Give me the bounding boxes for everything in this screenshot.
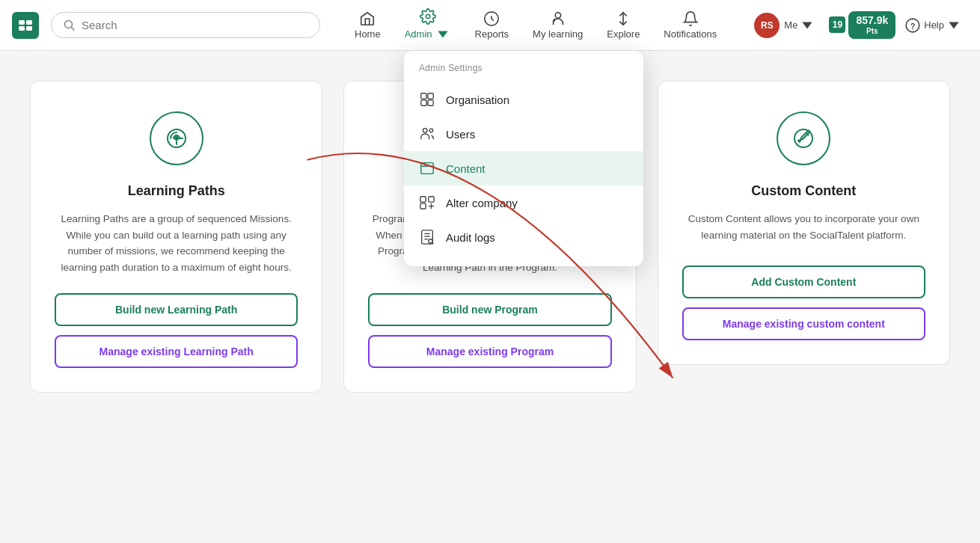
home-label: Home: [355, 28, 381, 40]
svg-rect-0: [19, 20, 25, 25]
explore-label: Explore: [607, 28, 640, 40]
svg-rect-20: [429, 197, 434, 202]
learning-paths-card: Learning Paths Learning Paths are a grou…: [30, 81, 322, 393]
nav-right: RS Me 19 857.9k Pts ? Help: [744, 7, 968, 44]
alter-company-label: Alter company: [446, 197, 518, 209]
nav-item-me[interactable]: RS Me: [744, 7, 826, 44]
custom-content-desc: Custom Content allows you to incorporate…: [682, 211, 925, 243]
svg-point-6: [426, 14, 430, 19]
notifications-label: Notifications: [664, 28, 717, 40]
manage-learning-path-button[interactable]: Manage existing Learning Path: [55, 335, 298, 368]
admin-dropdown: Admin Settings Organisation Users Conten…: [404, 51, 643, 266]
dropdown-item-organisation[interactable]: Organisation: [404, 82, 643, 117]
programs-buttons: Build new Program Manage existing Progra…: [368, 293, 611, 368]
nav-items: Home Admin Reports My learning Explore: [344, 2, 727, 49]
content-label: Content: [446, 162, 486, 175]
me-label: Me: [784, 19, 797, 31]
organisation-label: Organisation: [446, 93, 509, 106]
nav-item-admin[interactable]: Admin: [394, 2, 462, 49]
search-bar[interactable]: [51, 12, 320, 38]
svg-rect-21: [420, 203, 426, 209]
users-label: Users: [446, 128, 475, 141]
points-badge: 857.9k Pts: [848, 11, 895, 39]
svg-point-7: [555, 13, 560, 18]
nav-item-notifications[interactable]: Notifications: [653, 4, 727, 46]
svg-rect-1: [26, 20, 32, 25]
add-custom-content-button[interactable]: Add Custom Content: [682, 266, 925, 298]
logo[interactable]: [12, 12, 39, 39]
svg-rect-3: [26, 26, 32, 31]
svg-line-5: [72, 27, 75, 30]
svg-rect-12: [421, 100, 426, 105]
manage-custom-content-button[interactable]: Manage existing custom content: [682, 307, 925, 340]
search-icon: [64, 19, 76, 31]
build-learning-path-button[interactable]: Build new Learning Path: [55, 293, 298, 326]
points-container: 19 857.9k Pts: [829, 11, 895, 39]
nav-item-my-learning[interactable]: My learning: [522, 4, 593, 46]
svg-point-29: [175, 137, 178, 140]
avatar: RS: [754, 13, 780, 38]
notification-badge: 19: [829, 16, 845, 33]
nav-item-help[interactable]: ? Help: [898, 11, 968, 40]
my-learning-label: My learning: [533, 28, 583, 40]
learning-paths-buttons: Build new Learning Path Manage existing …: [55, 293, 298, 368]
reports-label: Reports: [475, 28, 509, 40]
dropdown-item-users[interactable]: Users: [404, 117, 643, 151]
dropdown-title: Admin Settings: [404, 63, 643, 82]
help-label: Help: [924, 19, 944, 31]
svg-rect-22: [422, 230, 433, 244]
nav-item-explore[interactable]: Explore: [596, 4, 650, 46]
build-program-button[interactable]: Build new Program: [368, 293, 611, 326]
learning-paths-icon: [150, 111, 203, 165]
custom-content-icon: [777, 111, 830, 165]
dropdown-item-audit-logs[interactable]: Audit logs: [404, 220, 643, 254]
dropdown-item-alter-company[interactable]: Alter company: [404, 185, 643, 220]
svg-rect-2: [19, 26, 25, 31]
navbar: Home Admin Reports My learning Explore: [0, 0, 980, 51]
audit-logs-label: Audit logs: [446, 231, 495, 244]
nav-item-home[interactable]: Home: [344, 4, 391, 46]
svg-point-14: [423, 129, 428, 133]
custom-content-title: Custom Content: [751, 183, 856, 199]
svg-rect-13: [428, 100, 433, 105]
learning-paths-title: Learning Paths: [128, 183, 225, 199]
custom-content-card: Custom Content Custom Content allows you…: [658, 81, 950, 365]
admin-label: Admin: [405, 26, 451, 43]
svg-rect-11: [428, 93, 433, 99]
svg-rect-10: [421, 93, 426, 99]
manage-program-button[interactable]: Manage existing Program: [368, 335, 611, 368]
svg-point-15: [429, 129, 433, 132]
search-input[interactable]: [82, 19, 307, 31]
dropdown-item-content[interactable]: Content: [404, 151, 643, 185]
svg-rect-19: [420, 197, 426, 202]
svg-rect-16: [421, 163, 434, 174]
custom-content-buttons: Add Custom Content Manage existing custo…: [682, 266, 925, 340]
learning-paths-desc: Learning Paths are a group of sequenced …: [55, 211, 298, 275]
nav-item-reports[interactable]: Reports: [465, 4, 520, 46]
svg-text:?: ?: [910, 21, 916, 30]
